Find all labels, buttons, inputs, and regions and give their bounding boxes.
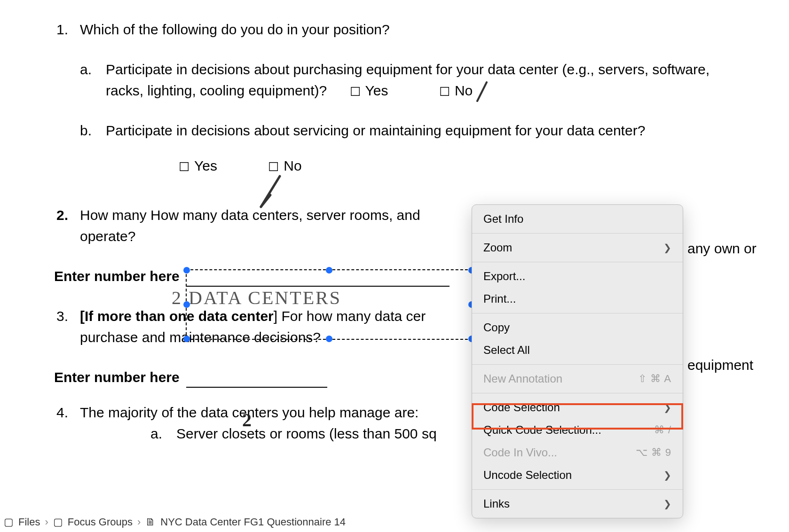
chevron-right-icon: ❯ (663, 498, 671, 509)
menu-get-info[interactable]: Get Info (472, 208, 683, 230)
breadcrumb-item[interactable]: Files (18, 516, 40, 528)
checkbox-icon: ☐ (268, 160, 279, 174)
q1b-letter: b. (80, 120, 106, 141)
q4a-letter: a. (150, 423, 176, 444)
checkbox-icon: ☐ (439, 85, 450, 99)
resize-handle[interactable] (326, 336, 332, 342)
menu-separator (472, 233, 683, 234)
menu-print[interactable]: Print... (472, 288, 683, 310)
handwritten-check-q1b (254, 174, 287, 211)
q1-number: 1. (56, 19, 80, 40)
breadcrumb-item[interactable]: Focus Groups (68, 516, 133, 528)
chevron-right-icon: › (45, 516, 48, 528)
q2-number: 2. (56, 204, 80, 226)
shortcut-label: ⌘ / (654, 424, 671, 436)
resize-handle[interactable] (183, 301, 190, 308)
context-menu: Get Info Zoom❯ Export... Print... Copy S… (472, 204, 683, 518)
q1a-yes[interactable]: ☐Yes (350, 80, 417, 101)
q1b-text: Participate in decisions about servicing… (106, 120, 733, 141)
resize-handle[interactable] (183, 267, 190, 274)
q2-overflow-text: any own or (687, 241, 757, 257)
q1a-text: Participate in decisions about purchasin… (106, 59, 733, 101)
menu-uncode[interactable]: Uncode Selection❯ (472, 464, 683, 486)
selection-rectangle[interactable] (186, 269, 473, 340)
menu-zoom[interactable]: Zoom❯ (472, 236, 683, 259)
q1b-yes[interactable]: ☐Yes (179, 155, 245, 176)
resize-handle[interactable] (326, 267, 332, 274)
menu-quick-code[interactable]: Quick Code Selection...⌘ / (472, 419, 683, 441)
handwritten-answer-q3: 2 (242, 409, 253, 431)
menu-separator (472, 364, 683, 365)
checkbox-icon: ☐ (179, 160, 189, 174)
pdf-icon: 🗎 (145, 516, 156, 528)
folder-icon: ▢ (4, 516, 14, 528)
breadcrumb-item[interactable]: NYC Data Center FG1 Questionnaire 14 (160, 516, 346, 528)
breadcrumb: ▢ Files › ▢ Focus Groups › 🗎 NYC Data Ce… (4, 516, 346, 528)
menu-code-selection[interactable]: Code Selection❯ (472, 396, 683, 419)
folder-icon: ▢ (53, 516, 63, 528)
menu-separator (472, 313, 683, 313)
handwritten-check-q1a (470, 80, 494, 108)
question-1: 1. Which of the following do you do in y… (56, 19, 733, 176)
q3-answer-field[interactable] (186, 369, 327, 388)
shortcut-label: ⌥ ⌘ 9 (636, 446, 671, 459)
q3-overflow-text: equipment (687, 357, 753, 373)
menu-export[interactable]: Export... (472, 265, 683, 288)
menu-links[interactable]: Links❯ (472, 493, 683, 515)
menu-separator (472, 393, 683, 393)
chevron-right-icon: ❯ (663, 469, 671, 481)
menu-new-annotation: New Annotation⇧ ⌘ A (472, 368, 683, 390)
menu-copy[interactable]: Copy (472, 316, 683, 339)
q1a-letter: a. (80, 59, 106, 80)
q1-text: Which of the following do you do in your… (80, 19, 733, 40)
checkbox-icon: ☐ (350, 85, 361, 99)
resize-handle[interactable] (183, 336, 190, 342)
menu-separator (472, 489, 683, 490)
chevron-right-icon: › (137, 516, 141, 528)
q3-number: 3. (56, 305, 80, 327)
chevron-right-icon: ❯ (663, 242, 671, 253)
menu-code-in-vivo: Code In Vivo...⌥ ⌘ 9 (472, 441, 683, 464)
chevron-right-icon: ❯ (663, 402, 671, 413)
menu-separator (472, 262, 683, 262)
q1b-no[interactable]: ☐No (268, 155, 330, 176)
q4-number: 4. (56, 402, 80, 423)
menu-select-all[interactable]: Select All (472, 339, 683, 361)
shortcut-label: ⇧ ⌘ A (638, 373, 671, 385)
